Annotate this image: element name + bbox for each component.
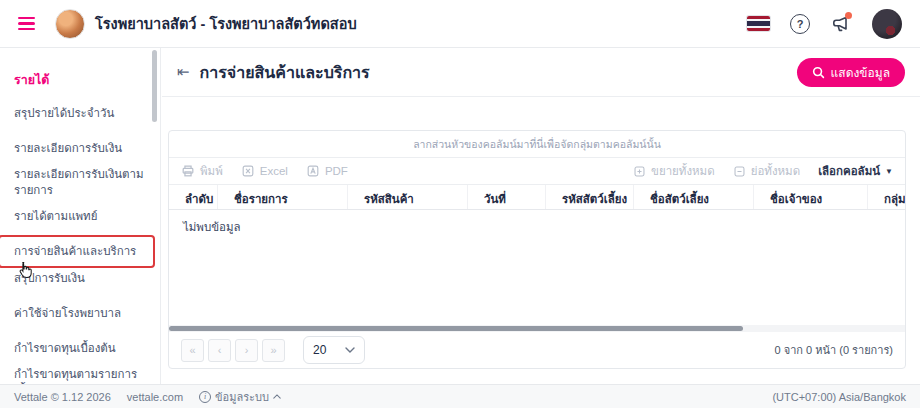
announcement-icon[interactable]	[830, 13, 852, 35]
user-avatar[interactable]	[872, 9, 902, 39]
sidebar-item-daily-income-summary[interactable]: สรุปรายได้ประจำวัน	[0, 100, 160, 126]
chevron-up-icon	[273, 394, 281, 399]
collapse-all-icon	[733, 165, 746, 178]
group-by-drop-area[interactable]: ลากส่วนหัวของคอลัมน์มาที่นี่เพื่อจัดกลุ่…	[169, 131, 905, 158]
search-icon	[812, 66, 825, 79]
copyright-text: Vettale © 1.12 2026	[14, 391, 111, 403]
sidebar-item-hospital-expenses[interactable]: ค่าใช้จ่ายโรงพยาบาล	[0, 300, 160, 326]
grid-empty-state: ไม่พบข้อมูล	[169, 210, 905, 325]
horizontal-scrollbar	[169, 325, 905, 332]
sidebar-scrollbar[interactable]	[152, 50, 157, 122]
column-header-ordinal[interactable]: ลำดับ	[169, 185, 218, 209]
horizontal-scrollbar-thumb[interactable]	[169, 326, 743, 331]
hamburger-menu-icon[interactable]	[18, 17, 35, 30]
column-header-item-name[interactable]: ชื่อรายการ	[218, 185, 348, 209]
page-title: การจ่ายสินค้าและบริการ	[200, 60, 370, 85]
show-data-button[interactable]: แสดงข้อมูล	[797, 58, 905, 87]
help-icon[interactable]: ?	[790, 14, 810, 34]
column-header-date[interactable]: วันที่	[468, 185, 546, 209]
export-excel-button[interactable]: Excel	[241, 164, 288, 178]
info-icon: i	[199, 391, 211, 403]
grid-header-row: ลำดับชื่อรายการรหัสสินค้าวันที่รหัสสัตว์…	[169, 185, 905, 210]
page-size-select[interactable]: 20	[303, 336, 365, 364]
sidebar-section-income: รายได้	[14, 70, 146, 90]
top-bar: โรงพยาบาลสัตว์ - โรงพยาบาลสัตว์ทดสอบ ?	[0, 0, 920, 48]
collapse-sidebar-icon[interactable]: ⇤	[177, 63, 190, 81]
timezone-text: (UTC+07:00) Asia/Bangkok	[772, 391, 906, 403]
sidebar-item-gross-profit-loss[interactable]: กำไรขาดทุนเบื้องต้น	[0, 335, 160, 361]
first-page-button[interactable]: «	[181, 339, 204, 362]
clinic-logo-avatar	[55, 9, 85, 39]
main-content: ⇤ การจ่ายสินค้าและบริการ แสดงข้อมูล ลากส…	[162, 48, 920, 384]
thai-flag-language-icon[interactable]	[747, 16, 770, 31]
sidebar-item-label: ค่าใช้จ่ายโรงพยาบาล	[14, 307, 121, 319]
column-header-pet-name[interactable]: ชื่อสัตว์เลี้ยง	[634, 185, 754, 209]
sidebar-item-label: รายได้ตามแพทย์	[14, 210, 97, 222]
column-header-pet-code[interactable]: รหัสสัตว์เลี้ยง	[546, 185, 634, 209]
print-icon	[181, 164, 195, 178]
sidebar-menu: สรุปรายได้ประจำวันรายละเอียดการรับเงินรา…	[0, 100, 160, 384]
choose-columns-button[interactable]: เลือกคอลัมน์ ▼	[818, 162, 893, 180]
sidebar: รายได้ สรุปรายได้ประจำวันรายละเอียดการรั…	[0, 48, 161, 384]
expand-all-icon	[633, 165, 646, 178]
page-header: ⇤ การจ่ายสินค้าและบริการ แสดงข้อมูล	[162, 48, 920, 97]
clinic-title: โรงพยาบาลสัตว์ - โรงพยาบาลสัตว์ทดสอบ	[95, 12, 357, 35]
sidebar-item-payment-received-detail[interactable]: รายละเอียดการรับเงิน	[0, 135, 160, 161]
expand-all-button[interactable]: ขยายทั้งหมด	[633, 162, 715, 180]
sidebar-item-label: สรุปรายได้ประจำวัน	[14, 107, 114, 119]
sidebar-item-product-service-dispense[interactable]: การจ่ายสินค้าและบริการ	[0, 238, 160, 264]
footer: Vettale © 1.12 2026 vettale.com i ข้อมูล…	[0, 384, 920, 408]
excel-icon	[241, 164, 255, 178]
column-header-product-code[interactable]: รหัสสินค้า	[348, 185, 468, 209]
previous-page-button[interactable]: ‹	[208, 339, 231, 362]
sidebar-item-label: รายละเอียดการรับเงินตามรายการ	[14, 168, 144, 196]
sidebar-item-label: รายละเอียดการรับเงิน	[14, 142, 122, 154]
column-header-group[interactable]: กลุ่ม	[868, 185, 905, 209]
sidebar-item-label: การจ่ายสินค้าและบริการ	[14, 245, 136, 257]
export-pdf-button[interactable]: PDF	[306, 164, 348, 178]
collapse-all-button[interactable]: ย่อทั้งหมด	[733, 162, 800, 180]
sidebar-item-gross-profit-loss-by-item[interactable]: กำไรขาดทุนตามรายการเบื้องต้น	[0, 361, 160, 384]
system-info-toggle[interactable]: i ข้อมูลระบบ	[199, 388, 281, 406]
data-grid: ลากส่วนหัวของคอลัมน์มาที่นี่เพื่อจัดกลุ่…	[168, 130, 906, 369]
pdf-icon	[306, 164, 320, 178]
site-link[interactable]: vettale.com	[127, 391, 183, 403]
last-page-button[interactable]: »	[262, 339, 285, 362]
sidebar-item-label: กำไรขาดทุนตามรายการเบื้องต้น	[14, 368, 137, 384]
cursor-pointer-icon	[16, 261, 33, 278]
pagination-summary: 0 จาก 0 หน้า (0 รายการ)	[775, 341, 893, 359]
next-page-button[interactable]: ›	[235, 339, 258, 362]
chevron-down-icon	[345, 347, 355, 353]
sidebar-item-income-by-doctor[interactable]: รายได้ตามแพทย์	[0, 203, 160, 229]
sidebar-item-payment-received-by-item[interactable]: รายละเอียดการรับเงินตามรายการ	[0, 161, 160, 203]
notification-dot	[845, 12, 852, 19]
grid-toolbar: พิมพ์ Excel PDF	[169, 158, 905, 185]
sidebar-item-label: กำไรขาดทุนเบื้องต้น	[14, 342, 116, 354]
print-button[interactable]: พิมพ์	[181, 162, 223, 180]
pagination-bar: « ‹ › » 20 0 จาก 0 หน้า (0 รายการ)	[169, 332, 905, 368]
app-window: โรงพยาบาลสัตว์ - โรงพยาบาลสัตว์ทดสอบ ? ร…	[0, 0, 920, 408]
column-header-owner-name[interactable]: ชื่อเจ้าของ	[754, 185, 868, 209]
chevron-down-icon: ▼	[885, 167, 893, 176]
